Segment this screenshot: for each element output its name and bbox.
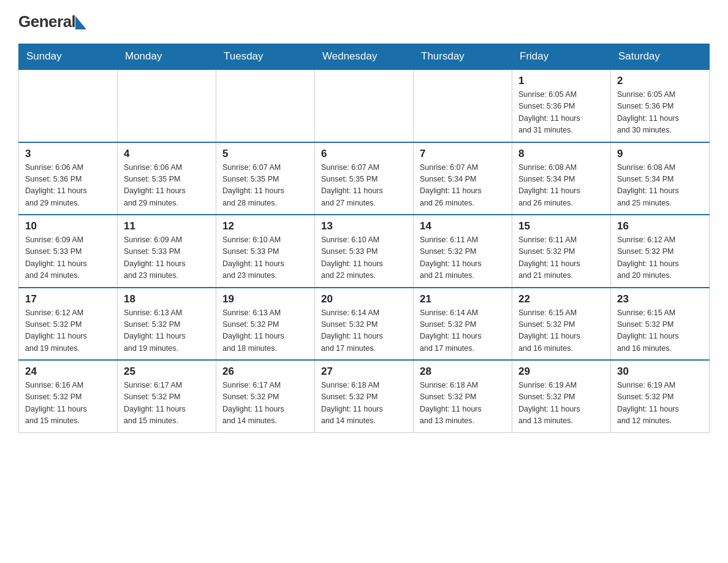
sun-info: Sunrise: 6:17 AMSunset: 5:32 PMDaylight:…: [124, 380, 210, 427]
sun-info: Sunrise: 6:06 AMSunset: 5:36 PMDaylight:…: [25, 162, 111, 210]
calendar-cell: 22Sunrise: 6:15 AMSunset: 5:32 PMDayligh…: [512, 288, 611, 361]
day-number: 25: [124, 366, 210, 378]
calendar-table: SundayMondayTuesdayWednesdayThursdayFrid…: [18, 44, 710, 433]
sun-info: Sunrise: 6:08 AMSunset: 5:34 PMDaylight:…: [617, 162, 703, 210]
day-number: 22: [518, 293, 604, 305]
sun-info: Sunrise: 6:18 AMSunset: 5:32 PMDaylight:…: [321, 380, 407, 427]
calendar-body: 1Sunrise: 6:05 AMSunset: 5:36 PMDaylight…: [19, 69, 710, 432]
calendar-cell: [414, 69, 512, 142]
sun-info: Sunrise: 6:10 AMSunset: 5:33 PMDaylight:…: [222, 234, 308, 282]
day-number: 11: [124, 220, 210, 232]
day-number: 20: [321, 293, 407, 305]
sun-info: Sunrise: 6:13 AMSunset: 5:32 PMDaylight:…: [124, 307, 210, 355]
day-number: 13: [321, 220, 407, 232]
day-number: 23: [617, 293, 703, 305]
calendar-cell: 6Sunrise: 6:07 AMSunset: 5:35 PMDaylight…: [315, 142, 414, 215]
sun-info: Sunrise: 6:10 AMSunset: 5:33 PMDaylight:…: [321, 234, 407, 282]
sun-info: Sunrise: 6:05 AMSunset: 5:36 PMDaylight:…: [617, 89, 703, 137]
calendar-cell: [216, 69, 315, 142]
day-number: 3: [25, 148, 111, 160]
calendar-cell: 15Sunrise: 6:11 AMSunset: 5:32 PMDayligh…: [512, 215, 611, 288]
weekday-header-wednesday: Wednesday: [315, 44, 414, 70]
calendar-cell: 14Sunrise: 6:11 AMSunset: 5:32 PMDayligh…: [414, 215, 512, 288]
calendar-cell: 19Sunrise: 6:13 AMSunset: 5:32 PMDayligh…: [216, 288, 315, 361]
calendar-cell: 25Sunrise: 6:17 AMSunset: 5:32 PMDayligh…: [118, 360, 216, 432]
calendar-week-row: 17Sunrise: 6:12 AMSunset: 5:32 PMDayligh…: [19, 288, 710, 361]
calendar-cell: 23Sunrise: 6:15 AMSunset: 5:32 PMDayligh…: [611, 288, 710, 361]
day-number: 15: [518, 220, 604, 232]
calendar-cell: 29Sunrise: 6:19 AMSunset: 5:32 PMDayligh…: [512, 360, 611, 432]
day-number: 29: [518, 366, 604, 378]
calendar-cell: 17Sunrise: 6:12 AMSunset: 5:32 PMDayligh…: [19, 288, 118, 361]
calendar-cell: 30Sunrise: 6:19 AMSunset: 5:32 PMDayligh…: [611, 360, 710, 432]
weekday-header-row: SundayMondayTuesdayWednesdayThursdayFrid…: [19, 44, 710, 70]
day-number: 17: [25, 293, 111, 305]
day-number: 19: [222, 293, 308, 305]
day-number: 18: [124, 293, 210, 305]
sun-info: Sunrise: 6:14 AMSunset: 5:32 PMDaylight:…: [321, 307, 407, 355]
day-number: 6: [321, 148, 407, 160]
day-number: 26: [222, 366, 308, 378]
calendar-cell: 16Sunrise: 6:12 AMSunset: 5:32 PMDayligh…: [611, 215, 710, 288]
sun-info: Sunrise: 6:07 AMSunset: 5:35 PMDaylight:…: [222, 162, 308, 210]
calendar-cell: 13Sunrise: 6:10 AMSunset: 5:33 PMDayligh…: [315, 215, 414, 288]
sun-info: Sunrise: 6:12 AMSunset: 5:32 PMDaylight:…: [25, 307, 111, 355]
calendar-cell: 7Sunrise: 6:07 AMSunset: 5:34 PMDaylight…: [414, 142, 512, 215]
svg-marker-0: [75, 16, 86, 29]
sun-info: Sunrise: 6:07 AMSunset: 5:35 PMDaylight:…: [321, 162, 407, 210]
calendar-week-row: 1Sunrise: 6:05 AMSunset: 5:36 PMDaylight…: [19, 69, 710, 142]
calendar-header: SundayMondayTuesdayWednesdayThursdayFrid…: [19, 44, 710, 70]
calendar-cell: 26Sunrise: 6:17 AMSunset: 5:32 PMDayligh…: [216, 360, 315, 432]
calendar-cell: 24Sunrise: 6:16 AMSunset: 5:32 PMDayligh…: [19, 360, 118, 432]
logo-general-text: General: [18, 12, 75, 31]
calendar-cell: [19, 69, 118, 142]
calendar-cell: 10Sunrise: 6:09 AMSunset: 5:33 PMDayligh…: [19, 215, 118, 288]
weekday-header-sunday: Sunday: [19, 44, 118, 70]
sun-info: Sunrise: 6:19 AMSunset: 5:32 PMDaylight:…: [617, 380, 703, 427]
calendar-cell: 1Sunrise: 6:05 AMSunset: 5:36 PMDaylight…: [512, 69, 611, 142]
sun-info: Sunrise: 6:09 AMSunset: 5:33 PMDaylight:…: [124, 234, 210, 282]
day-number: 21: [420, 293, 506, 305]
calendar-cell: 3Sunrise: 6:06 AMSunset: 5:36 PMDaylight…: [19, 142, 118, 215]
calendar-cell: [315, 69, 414, 142]
day-number: 30: [617, 366, 703, 378]
calendar-cell: 4Sunrise: 6:06 AMSunset: 5:35 PMDaylight…: [118, 142, 216, 215]
day-number: 4: [124, 148, 210, 160]
day-number: 14: [420, 220, 506, 232]
calendar-cell: 12Sunrise: 6:10 AMSunset: 5:33 PMDayligh…: [216, 215, 315, 288]
day-number: 2: [617, 75, 703, 87]
day-number: 27: [321, 366, 407, 378]
calendar-week-row: 3Sunrise: 6:06 AMSunset: 5:36 PMDaylight…: [19, 142, 710, 215]
calendar-cell: 5Sunrise: 6:07 AMSunset: 5:35 PMDaylight…: [216, 142, 315, 215]
calendar-cell: 20Sunrise: 6:14 AMSunset: 5:32 PMDayligh…: [315, 288, 414, 361]
calendar-cell: 11Sunrise: 6:09 AMSunset: 5:33 PMDayligh…: [118, 215, 216, 288]
calendar-cell: [118, 69, 216, 142]
calendar-cell: 27Sunrise: 6:18 AMSunset: 5:32 PMDayligh…: [315, 360, 414, 432]
sun-info: Sunrise: 6:14 AMSunset: 5:32 PMDaylight:…: [420, 307, 506, 355]
day-number: 9: [617, 148, 703, 160]
weekday-header-thursday: Thursday: [414, 44, 512, 70]
sun-info: Sunrise: 6:16 AMSunset: 5:32 PMDaylight:…: [25, 380, 111, 427]
sun-info: Sunrise: 6:11 AMSunset: 5:32 PMDaylight:…: [518, 234, 604, 282]
sun-info: Sunrise: 6:15 AMSunset: 5:32 PMDaylight:…: [518, 307, 604, 355]
sun-info: Sunrise: 6:15 AMSunset: 5:32 PMDaylight:…: [617, 307, 703, 355]
calendar-cell: 8Sunrise: 6:08 AMSunset: 5:34 PMDaylight…: [512, 142, 611, 215]
day-number: 5: [222, 148, 308, 160]
day-number: 10: [25, 220, 111, 232]
weekday-header-monday: Monday: [118, 44, 216, 70]
weekday-header-saturday: Saturday: [611, 44, 710, 70]
calendar-cell: 9Sunrise: 6:08 AMSunset: 5:34 PMDaylight…: [611, 142, 710, 215]
weekday-header-friday: Friday: [512, 44, 611, 70]
day-number: 24: [25, 366, 111, 378]
page-header: General: [18, 12, 710, 31]
sun-info: Sunrise: 6:07 AMSunset: 5:34 PMDaylight:…: [420, 162, 506, 210]
day-number: 28: [420, 366, 506, 378]
sun-info: Sunrise: 6:13 AMSunset: 5:32 PMDaylight:…: [222, 307, 308, 355]
calendar-cell: 2Sunrise: 6:05 AMSunset: 5:36 PMDaylight…: [611, 69, 710, 142]
sun-info: Sunrise: 6:08 AMSunset: 5:34 PMDaylight:…: [518, 162, 604, 210]
logo: General: [18, 12, 86, 31]
sun-info: Sunrise: 6:12 AMSunset: 5:32 PMDaylight:…: [617, 234, 703, 282]
day-number: 1: [518, 75, 604, 87]
day-number: 7: [420, 148, 506, 160]
calendar-cell: 18Sunrise: 6:13 AMSunset: 5:32 PMDayligh…: [118, 288, 216, 361]
